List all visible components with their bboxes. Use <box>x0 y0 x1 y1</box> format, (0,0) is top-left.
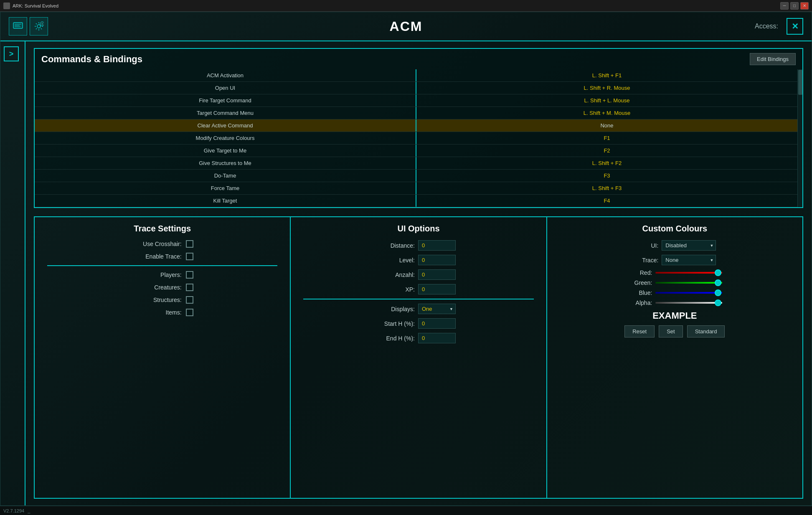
title-bar-controls: ─ □ ✕ <box>780 2 809 10</box>
chat-icon-button[interactable] <box>9 17 27 36</box>
table-row[interactable]: Kill Target F4 <box>35 195 797 207</box>
distance-label: Distance: <box>381 242 415 249</box>
table-row[interactable]: ACM Activation L. Shift + F1 <box>35 69 797 82</box>
edit-bindings-button[interactable]: Edit Bindings <box>750 53 796 65</box>
end-h-input[interactable] <box>418 333 456 343</box>
blue-slider-row: Blue: <box>556 289 794 296</box>
trace-settings-title: Trace Settings <box>43 224 282 233</box>
close-window-button[interactable]: ✕ <box>800 2 809 10</box>
maximize-button[interactable]: □ <box>790 2 799 10</box>
key-binding: L. Shift + M. Mouse <box>416 107 797 119</box>
anzahl-input[interactable] <box>418 269 456 280</box>
commands-header: Commands & Bindings Edit Bindings <box>35 49 802 69</box>
trace-colour-select-wrapper: None White Custom <box>662 255 716 265</box>
end-h-label: End H (%): <box>381 335 415 342</box>
version-text: V2.7.1294 <box>3 508 24 513</box>
key-binding: F2 <box>416 145 797 157</box>
commands-title: Commands & Bindings <box>41 54 142 65</box>
custom-colours-section: Custom Colours UI: Disabled Enabled Trac… <box>547 217 802 498</box>
key-binding: F3 <box>416 170 797 182</box>
standard-button[interactable]: Standard <box>687 325 725 337</box>
reset-button[interactable]: Reset <box>624 325 655 337</box>
expand-sidebar-button[interactable]: > <box>4 46 19 61</box>
commands-table: ACM Activation L. Shift + F1 Open UI L. … <box>35 69 797 207</box>
command-name: Do-Tame <box>35 170 416 182</box>
app-title: ACM <box>390 19 423 34</box>
blue-slider-thumb[interactable] <box>715 289 721 296</box>
enable-trace-label: Enable Trace: <box>132 253 182 260</box>
level-label: Level: <box>381 257 415 264</box>
xp-input[interactable] <box>418 284 456 294</box>
players-checkbox[interactable] <box>186 271 193 279</box>
red-slider-row: Red: <box>556 269 794 276</box>
trace-settings-section: Trace Settings Use Crosshair: Enable Tra… <box>35 217 291 498</box>
close-panel-button[interactable]: ✕ <box>787 18 803 35</box>
svg-point-4 <box>37 25 41 28</box>
bottom-sections: Trace Settings Use Crosshair: Enable Tra… <box>34 216 803 499</box>
xp-row: XP: <box>299 284 538 294</box>
scrollbar-thumb[interactable] <box>798 70 802 95</box>
key-binding: F1 <box>416 132 797 144</box>
set-button[interactable]: Set <box>659 325 683 337</box>
red-slider-thumb[interactable] <box>715 269 721 276</box>
start-h-row: Start H (%): <box>299 318 538 329</box>
table-row[interactable]: Do-Tame F3 <box>35 170 797 182</box>
svg-text:+: + <box>41 23 43 25</box>
title-bar: ARK: Survival Evolved ─ □ ✕ <box>0 0 812 12</box>
table-row[interactable]: Give Target to Me F2 <box>35 145 797 157</box>
command-name: Modify Creature Colours <box>35 132 416 144</box>
ui-colour-select[interactable]: Disabled Enabled <box>662 240 716 251</box>
enable-trace-checkbox[interactable] <box>186 253 193 260</box>
start-h-input[interactable] <box>418 318 456 329</box>
items-label: Items: <box>132 309 182 316</box>
green-slider[interactable] <box>655 282 722 284</box>
players-label: Players: <box>132 271 182 278</box>
table-row[interactable]: Open UI L. Shift + R. Mouse <box>35 82 797 94</box>
left-sidebar: > <box>0 41 25 505</box>
table-row-highlighted[interactable]: Clear Active Command None <box>35 119 797 132</box>
use-crosshair-checkbox[interactable] <box>186 240 193 248</box>
table-row[interactable]: Fire Target Command L. Shift + L. Mouse <box>35 94 797 107</box>
title-bar-text: ARK: Survival Evolved <box>13 3 780 8</box>
creatures-checkbox[interactable] <box>186 284 193 291</box>
table-row[interactable]: Force Tame L. Shift + F3 <box>35 182 797 195</box>
structures-row: Structures: <box>43 296 282 304</box>
level-input[interactable] <box>418 255 456 265</box>
table-row[interactable]: Give Structures to Me L. Shift + F2 <box>35 157 797 170</box>
alpha-slider-thumb[interactable] <box>715 299 721 306</box>
structures-label: Structures: <box>132 297 182 303</box>
table-row[interactable]: Target Command Menu L. Shift + M. Mouse <box>35 107 797 119</box>
trace-colour-row: Trace: None White Custom <box>556 255 794 265</box>
command-name: ACM Activation <box>35 69 416 81</box>
status-bar: V2.7.1294 _ <box>0 506 812 515</box>
structures-checkbox[interactable] <box>186 296 193 304</box>
trace-divider <box>47 265 277 266</box>
minimize-button[interactable]: ─ <box>780 2 789 10</box>
green-slider-label: Green: <box>627 279 652 286</box>
displays-select[interactable]: One Two Three <box>418 304 456 314</box>
command-name: Fire Target Command <box>35 94 416 107</box>
app-icon <box>3 3 10 9</box>
displays-row: Displays: One Two Three <box>299 304 538 314</box>
green-slider-row: Green: <box>556 279 794 286</box>
ui-colour-label: UI: <box>633 242 658 249</box>
start-h-label: Start H (%): <box>381 320 415 327</box>
key-binding: L. Shift + F1 <box>416 69 797 81</box>
settings-icon-button[interactable]: + <box>30 17 48 36</box>
command-name: Give Target to Me <box>35 145 416 157</box>
use-crosshair-label: Use Crosshair: <box>132 241 182 247</box>
items-checkbox[interactable] <box>186 309 193 316</box>
items-row: Items: <box>43 309 282 316</box>
red-slider[interactable] <box>655 272 722 274</box>
blue-slider[interactable] <box>655 292 722 294</box>
scrollbar-track[interactable] <box>797 69 802 207</box>
distance-input[interactable] <box>418 240 456 251</box>
displays-label: Displays: <box>381 306 415 312</box>
alpha-slider[interactable] <box>655 302 722 304</box>
trace-colour-select[interactable]: None White Custom <box>662 255 716 265</box>
table-row[interactable]: Modify Creature Colours F1 <box>35 132 797 145</box>
green-slider-thumb[interactable] <box>715 279 721 286</box>
players-row: Players: <box>43 271 282 279</box>
enable-trace-row: Enable Trace: <box>43 253 282 260</box>
command-name: Kill Target <box>35 195 416 207</box>
